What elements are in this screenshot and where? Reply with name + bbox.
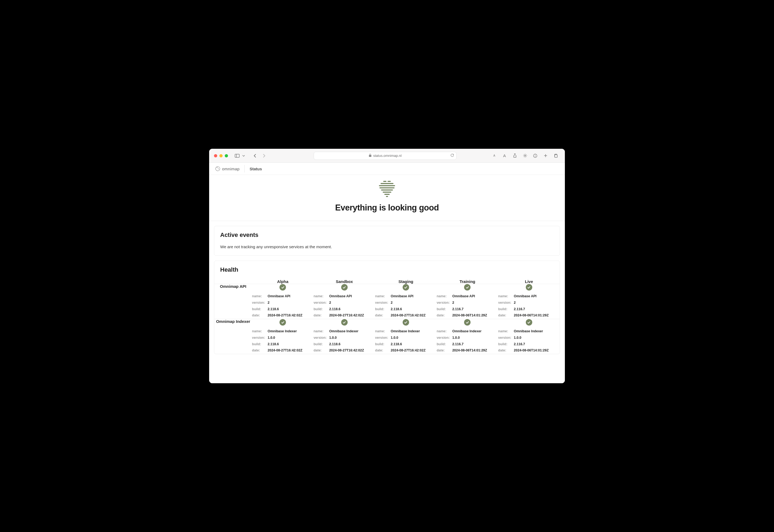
window-close-button[interactable] <box>214 154 217 157</box>
heart-pulse-icon <box>377 181 397 198</box>
status-ok-icon <box>403 284 409 291</box>
value-name: Omnibase Indexer <box>514 328 560 335</box>
svg-rect-6 <box>555 155 557 157</box>
health-cell: name:Omnibase Indexerversion:1.0.0build:… <box>375 319 437 354</box>
label-version: version: <box>375 335 391 341</box>
svg-rect-16 <box>386 196 388 197</box>
label-name: name: <box>498 328 514 335</box>
window-fullscreen-button[interactable] <box>225 154 228 157</box>
label-build: build: <box>375 306 391 313</box>
window-minimize-button[interactable] <box>219 154 223 157</box>
svg-rect-13 <box>381 189 393 191</box>
nav-forward-button[interactable] <box>260 152 268 160</box>
active-events-heading: Active events <box>220 232 554 239</box>
address-bar-url: status.omnimap.nl <box>373 154 402 158</box>
health-cell: name:Omnibase APIversion:2build:2.118.6d… <box>313 284 375 319</box>
hero-title: Everything is looking good <box>209 203 565 213</box>
label-build: build: <box>498 306 514 313</box>
reader-text-size-small-button[interactable]: A <box>490 152 499 160</box>
value-version: 2 <box>391 300 437 306</box>
nav-back-button[interactable] <box>251 152 259 160</box>
health-card: Health Alpha Sandbox Staging Training Li… <box>214 261 560 354</box>
tab-overview-button[interactable] <box>551 152 560 160</box>
value-date: 2024-08-06T14:01:29Z <box>514 312 560 319</box>
new-tab-button[interactable] <box>541 152 550 160</box>
status-ok-icon <box>464 319 471 326</box>
label-date: date: <box>498 312 514 319</box>
svg-rect-11 <box>379 185 395 186</box>
value-build: 2.118.6 <box>268 341 313 348</box>
value-version: 2 <box>329 300 375 306</box>
label-build: build: <box>498 341 514 348</box>
brand-logo[interactable]: omnimap <box>215 166 240 171</box>
label-date: date: <box>437 347 452 354</box>
svg-rect-14 <box>383 192 391 193</box>
value-date: 2024-08-06T14:01:29Z <box>452 347 498 354</box>
value-name: Omnibase API <box>452 293 498 300</box>
health-cell: name:Omnibase Indexerversion:1.0.0build:… <box>498 319 560 354</box>
reader-text-size-large-button[interactable]: A <box>500 152 509 160</box>
health-row: Omnimap APIname:Omnibase APIversion:2bui… <box>214 284 560 319</box>
share-button[interactable] <box>510 152 519 160</box>
value-version: 1.0.0 <box>452 335 498 341</box>
service-row-label: Omnimap API <box>214 284 252 319</box>
label-build: build: <box>313 341 329 348</box>
address-bar[interactable]: status.omnimap.nl <box>314 152 457 160</box>
svg-rect-9 <box>388 181 391 182</box>
value-build: 2.118.6 <box>391 341 437 348</box>
active-events-empty-text: We are not tracking any unresponsive ser… <box>220 244 554 249</box>
label-build: build: <box>437 306 452 313</box>
status-ok-icon <box>526 284 532 291</box>
value-build: 2.118.6 <box>268 306 313 313</box>
label-date: date: <box>375 312 391 319</box>
value-version: 1.0.0 <box>329 335 375 341</box>
reload-button[interactable] <box>450 153 454 158</box>
sidebar-menu-chevron-icon[interactable] <box>241 152 246 160</box>
value-build: 2.116.7 <box>514 306 560 313</box>
value-build: 2.116.7 <box>452 341 498 348</box>
value-version: 1.0.0 <box>514 335 560 341</box>
info-icon[interactable] <box>531 152 540 160</box>
health-cell: name:Omnibase APIversion:2build:2.116.7d… <box>437 284 498 319</box>
health-heading: Health <box>220 266 554 273</box>
value-date: 2024-08-27T16:42:02Z <box>391 312 437 319</box>
value-build: 2.116.7 <box>452 306 498 313</box>
value-build: 2.118.6 <box>391 306 437 313</box>
value-date: 2024-08-06T14:01:29Z <box>514 347 560 354</box>
label-build: build: <box>252 306 268 313</box>
value-name: Omnibase Indexer <box>329 328 375 335</box>
env-header-training: Training <box>437 279 498 284</box>
lock-icon <box>369 154 372 158</box>
value-date: 2024-08-27T16:42:02Z <box>268 312 313 319</box>
value-name: Omnibase API <box>329 293 375 300</box>
value-build: 2.116.7 <box>514 341 560 348</box>
label-name: name: <box>313 293 329 300</box>
brand-name: omnimap <box>222 167 240 171</box>
label-build: build: <box>313 306 329 313</box>
label-version: version: <box>313 300 329 306</box>
status-ok-icon <box>526 319 532 326</box>
label-build: build: <box>375 341 391 348</box>
label-name: name: <box>252 293 268 300</box>
hero-section: Everything is looking good <box>209 175 565 221</box>
label-name: name: <box>375 328 391 335</box>
status-ok-icon <box>341 284 348 291</box>
svg-rect-15 <box>384 194 390 195</box>
label-version: version: <box>498 335 514 341</box>
status-ok-icon <box>403 319 409 326</box>
label-name: name: <box>437 293 452 300</box>
health-cell: name:Omnibase APIversion:2build:2.118.6d… <box>375 284 437 319</box>
health-cell: name:Omnibase Indexerversion:1.0.0build:… <box>252 319 313 354</box>
status-ok-icon <box>279 319 286 326</box>
settings-gear-icon[interactable] <box>521 152 529 160</box>
env-header-alpha: Alpha <box>252 279 313 284</box>
label-name: name: <box>375 293 391 300</box>
value-name: Omnibase Indexer <box>268 328 313 335</box>
browser-window: status.omnimap.nl A A <box>209 149 565 383</box>
value-name: Omnibase API <box>268 293 313 300</box>
label-version: version: <box>498 300 514 306</box>
sidebar-toggle-button[interactable] <box>233 152 241 160</box>
label-name: name: <box>437 328 452 335</box>
value-build: 2.118.6 <box>329 306 375 313</box>
health-cell: name:Omnibase APIversion:2build:2.116.7d… <box>498 284 560 319</box>
